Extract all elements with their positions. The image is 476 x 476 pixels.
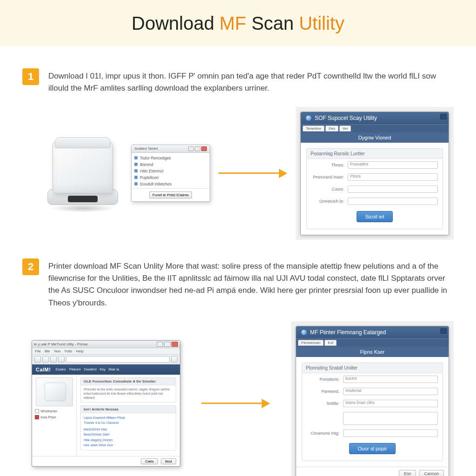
link-item[interactable]: Lipion Exantort Mftaen Pitrat: [84, 415, 173, 420]
browser-title: le y oak P MeTiond Utliy - Prinse: [34, 342, 88, 346]
step-1: 1 Download I 01I, impr upus it thon. IGF…: [22, 68, 454, 95]
title-util: Utility: [299, 13, 344, 33]
globe-icon: [301, 329, 307, 336]
panel-body: Pinrurter ta the anits dowcatiol eamnl, …: [81, 385, 176, 402]
form-input[interactable]: [343, 412, 438, 425]
panel-heading: OLE Fonnertion Comsitiste A thr Sinetler: [81, 378, 176, 385]
list-item[interactable]: Hitin Etemnct: [134, 168, 207, 174]
nav-item[interactable]: Eswes: [55, 367, 66, 371]
search-icon[interactable]: [171, 356, 178, 363]
arrow-icon: [201, 399, 270, 408]
panel1-banner: Dygnw Vioned: [301, 132, 449, 143]
panel2-title: MF Piinter Flemnang Eatarged: [310, 329, 386, 336]
nav-item[interactable]: fmy: [100, 367, 106, 371]
mini-dialog-title: Scatled Taned: [134, 146, 158, 151]
list-item[interactable]: Todor Rencettges: [134, 155, 207, 161]
arrow-icon: [218, 169, 287, 178]
close-icon[interactable]: [440, 328, 447, 334]
home-icon[interactable]: [58, 356, 65, 363]
panel1-submit-button[interactable]: Sicoil iet: [357, 211, 393, 222]
form-label: Ponsttens:: [307, 377, 339, 382]
browser-toolbar: [32, 355, 180, 364]
forward-icon[interactable]: [42, 356, 49, 363]
panel2-form-header: Plonnsting Snalall Uniiter: [302, 363, 443, 373]
list-item[interactable]: Pupteltcen: [134, 174, 207, 181]
menu-item[interactable]: Help: [76, 349, 83, 353]
step-1-row: Scatled Taned Todor Rencettges Bisrend H…: [22, 107, 454, 240]
panel-heading: ber! Anterle Nessas: [81, 406, 176, 413]
step-1-text: Download I 01I, impr upus it thon. IGFF …: [48, 68, 454, 95]
form-value[interactable]: Insns Doer cltrs: [343, 400, 438, 407]
mini-dialog-button[interactable]: Fonet le Prtist lCialres: [149, 192, 192, 198]
step-1-badge: 1: [22, 68, 39, 85]
checkbox-item[interactable]: Insa Phen: [35, 414, 73, 420]
panel1-tab[interactable]: Ihn: [339, 126, 351, 132]
printer-image: [41, 132, 125, 215]
mini-dialog: Scatled Taned Todor Rencettges Bisrend H…: [131, 145, 210, 202]
panel2-submit-button[interactable]: Ouor sl popir: [349, 443, 396, 454]
content: 1 Download I 01I, impr upus it thon. IGF…: [0, 46, 476, 476]
site-header: CaIM! Eswes Pilanen Dwaitnd fmy Blak ia: [32, 364, 180, 375]
panel2-foot-button[interactable]: Eisr: [399, 470, 416, 476]
browser-window: le y oak P MeTiond Utliy - Prinse File B…: [32, 340, 180, 467]
web-panel-2: MF Piinter Flemnang Eatarged Fitmntchstn…: [291, 321, 454, 476]
title-mf: MF: [219, 13, 246, 33]
list-item[interactable]: Doodidt Intletches: [134, 181, 207, 187]
browser-foot-button[interactable]: Itest: [161, 458, 176, 464]
link-item[interactable]: Hes uitwn Infoe sion: [84, 443, 173, 448]
link-item[interactable]: Thisher it ts Gc Cianend: [84, 420, 173, 425]
menu-item[interactable]: Yew: [53, 349, 60, 353]
panel2-tab[interactable]: Fitmntchstn: [298, 340, 324, 346]
step-2-row: le y oak P MeTiond Utliy - Prinse File B…: [22, 321, 454, 476]
panel2-header: MF Piinter Flemnang Eatarged: [296, 326, 449, 338]
panel1-tab[interactable]: Terantinn: [303, 126, 324, 132]
link-item[interactable]: Htia otagerg Onicen: [84, 437, 173, 443]
panel1-header: SOF Supocel Scay Utility: [301, 112, 449, 124]
form-value[interactable]: Posvatitrs: [348, 161, 438, 169]
title-mid: Scan: [246, 13, 299, 33]
product-thumb: [36, 377, 73, 406]
form-label: Sntltle:: [307, 401, 339, 406]
form-input[interactable]: [348, 185, 438, 193]
browser-foot-button[interactable]: Caés: [141, 458, 158, 464]
panel2-banner: Flpns Kser: [296, 347, 449, 357]
checkbox-item[interactable]: Wbsthener: [35, 408, 73, 414]
panel1-form-header: Pooannlag Ransilc Luntler: [307, 149, 443, 159]
web-panel-1: SOF Supocel Scay Utility Terantinn Des I…: [296, 107, 454, 240]
window-controls[interactable]: [157, 342, 178, 347]
form-label: Cores:: [311, 187, 344, 192]
nav-item[interactable]: Dwaitnd: [84, 367, 97, 371]
step-2: 2 Printer download MF Scan Unlity More t…: [22, 258, 454, 309]
form-value[interactable]: Pitors: [348, 173, 438, 181]
browser-menubar[interactable]: File Ble Yew Yotls Help: [32, 348, 180, 355]
window-controls[interactable]: [188, 146, 207, 151]
panel1-title: SOF Supocel Scay Utility: [315, 115, 377, 121]
menu-item[interactable]: Ble: [45, 349, 50, 353]
nav-item[interactable]: Pilanen: [69, 367, 81, 371]
link-item[interactable]: teadcShrsh Ides: [84, 427, 173, 432]
refresh-icon[interactable]: [50, 356, 57, 363]
menu-item[interactable]: File: [35, 349, 41, 353]
panel2-tab[interactable]: Evf: [324, 340, 337, 346]
step-2-badge: 2: [22, 258, 39, 275]
address-bar[interactable]: [66, 356, 170, 363]
form-input[interactable]: [348, 198, 438, 205]
globe-icon: [305, 115, 312, 121]
form-label: Parneest:: [307, 389, 339, 394]
page-title: Download MF Scan Utility: [0, 13, 476, 34]
back-icon[interactable]: [34, 356, 41, 363]
form-label: Thnes:: [311, 163, 344, 167]
panel2-foot-button[interactable]: Cannon: [419, 470, 444, 476]
list-item[interactable]: Bisrend: [134, 161, 207, 168]
form-value[interactable]: boctnt: [343, 376, 438, 383]
title-pre: Download: [132, 13, 219, 33]
nav-item[interactable]: Blak ia: [109, 367, 119, 371]
close-icon[interactable]: [440, 114, 447, 119]
form-input[interactable]: [343, 430, 438, 437]
title-band: Download MF Scan Utility: [0, 0, 476, 46]
panel1-tab[interactable]: Des: [325, 126, 338, 132]
form-value[interactable]: Insdenat: [343, 388, 438, 395]
mini-dialog-titlebar: Scatled Taned: [132, 145, 210, 153]
menu-item[interactable]: Yotls: [64, 349, 72, 353]
link-item[interactable]: Been/Srtnes Start: [84, 432, 173, 437]
